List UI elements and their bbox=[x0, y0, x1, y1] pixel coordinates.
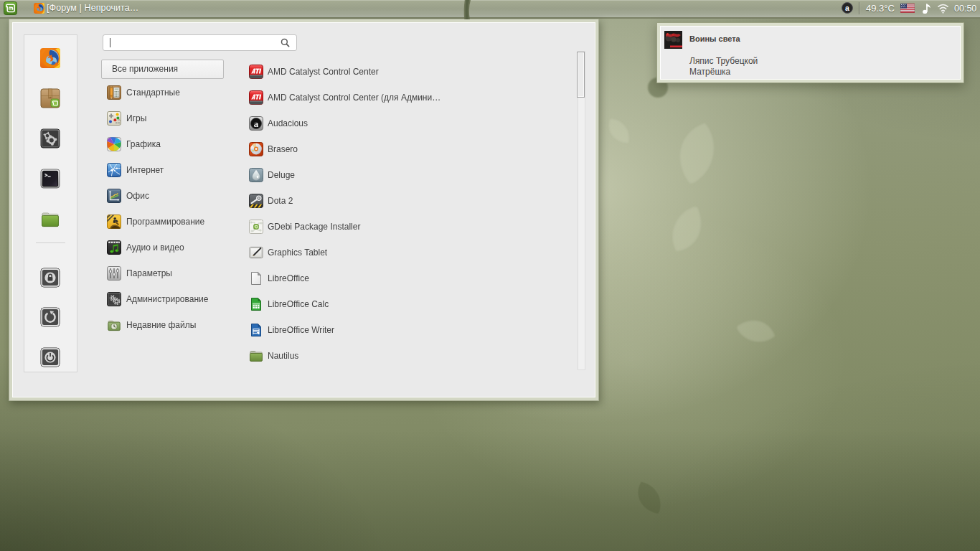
svg-text:a: a bbox=[254, 118, 259, 129]
svg-text:a: a bbox=[845, 4, 849, 12]
